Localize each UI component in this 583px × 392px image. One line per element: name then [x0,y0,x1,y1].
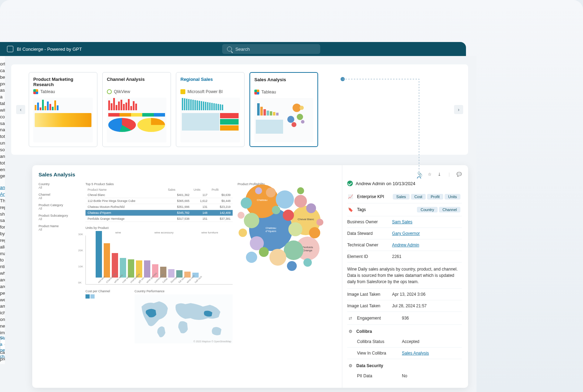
bar: Storage [168,269,174,285]
chart-title: Top 5 Product Sales [85,182,233,186]
bubble [246,252,257,263]
star-icon[interactable]: ☆ [427,172,432,177]
card-thumbnail [254,98,313,142]
tool-icon [107,89,112,94]
card-carousel: ‹ › Product Marketing ResearchTableauCha… [11,64,468,155]
bubble [259,247,269,257]
collibra-link[interactable]: Sales Analysis [402,351,429,356]
bubble [244,213,259,228]
filter[interactable]: ChannelAll [39,193,81,200]
kpi-pill[interactable]: Cost [411,194,426,200]
tag-pill[interactable]: Country [417,207,438,212]
bubble [239,229,247,237]
kpi-pill[interactable]: Sales [393,194,410,200]
top-bar: BI Concierge - Powered by GPT [0,42,466,56]
legend-swatch [85,294,90,299]
bubble [238,212,245,219]
tag-icon: 🔖 [347,206,354,213]
report-card[interactable]: Sales AnalysisTableau [249,72,318,147]
bar: Chardonnay [104,243,110,284]
chat-icon[interactable]: 💬 [456,172,462,177]
chart-title: Units by Product [85,226,233,230]
tool-icon [33,89,38,94]
download-icon[interactable]: ⤓ [437,172,442,177]
card-thumbnail [180,98,240,142]
chart-title: Product Profitability [238,182,336,186]
carousel-prev[interactable]: ‹ [16,105,25,114]
carousel-next[interactable]: › [454,105,463,114]
tag-pill[interactable]: Channel [439,207,460,212]
bubble [272,206,280,214]
card-tool: Microsoft Power BI [180,89,240,94]
world-map: © 2023 Mapbox © OpenStreetMap [135,294,233,343]
certified-by: Andrew Admin on 10/13/2024 [347,181,462,186]
brand: BI Concierge - Powered by GPT [7,46,82,52]
map-credit: © 2023 Mapbox © OpenStreetMap [193,340,231,343]
kpi-pill[interactable]: Units [445,194,460,200]
brand-icon [7,46,13,52]
card-tool: Tableau [254,90,313,94]
bar: champagne [128,259,134,285]
chart-title: Country Performance [135,289,233,293]
check-icon [347,181,353,186]
chart-icon: 📈 [347,194,354,200]
gear-icon: ⚙ [347,328,354,335]
bar: rose wine [120,258,126,284]
tool-icon [180,89,185,94]
brand-text: BI Concierge - Powered by GPT [17,47,82,52]
engagement-icon: ⇄ [347,315,354,321]
bar: white wine [112,253,118,284]
bubble [283,210,294,221]
bar: wine glasses [144,260,150,284]
card-thumbnail [107,98,166,142]
search-icon [227,47,232,51]
bubble [294,195,307,208]
bubble-chart: Chateaud'YquemChateauCheval BlancPenfold… [238,187,336,278]
report-card[interactable]: Product Marketing ResearchTableau [29,72,97,147]
chart-title: Cost per Channel [85,289,128,293]
description: Wine Daily sales analysis by country, pr… [347,262,462,289]
tool-icon [254,90,259,94]
card-title: Sales Analysis [254,77,313,88]
steward-link[interactable]: Gary Governor [392,231,420,236]
filter[interactable]: Product NameAll [39,224,81,231]
bubble [297,187,304,194]
card-title: Channel Analysis [107,77,166,88]
kpi-pill[interactable]: Profit [427,194,443,200]
tech-owner-link[interactable]: Andrew Admin [392,243,419,247]
bubble [266,188,276,197]
card-tool: QlikView [107,89,166,94]
card-title: Product Marketing Research [33,77,93,88]
filter[interactable]: Product CategoryAll [39,203,81,210]
bar: gift set [136,260,142,284]
link-channel-analysis[interactable]: annel Analysis [0,185,5,197]
units-bar-chart: 0K10K20K30K red wineChardonnaywhite wine… [85,236,233,285]
bubble [269,249,286,266]
bubble [309,227,320,238]
bubble [287,261,297,271]
bubble [284,240,303,260]
search-input-wrap[interactable] [222,44,320,54]
filter[interactable]: CountryAll [39,182,81,189]
bubble [255,187,262,194]
card-tool: Tableau [33,89,93,94]
legend-swatch [90,294,95,299]
bubble [306,203,316,213]
bubble [303,258,312,267]
filter[interactable]: Product SubcategoryAll [39,214,81,221]
owner-link[interactable]: Sam Sales [392,219,412,224]
bar: red wine [96,231,102,284]
report-card[interactable]: Regional SalesMicrosoft Power BI [176,72,245,147]
detail-panel: Sales Analysis CountryAllChannelAllProdu… [32,165,468,388]
bubble [241,197,252,209]
report-card[interactable]: Channel AnalysisQlikView [102,72,171,147]
card-title: Regional Sales [180,77,240,88]
bubble [288,222,302,236]
bubble [316,219,323,226]
search-input[interactable] [235,47,315,52]
card-thumbnail [33,98,93,142]
detail-sidebar: 📎 ☆ ⤓ | 💬 Andrew Admin on 10/13/2024 📈En… [342,165,468,388]
chat-sidebar: ort can be presented as a table, with co… [0,56,5,364]
gear-icon: ⚙ [347,363,354,369]
attach-icon[interactable]: 📎 [417,172,423,177]
